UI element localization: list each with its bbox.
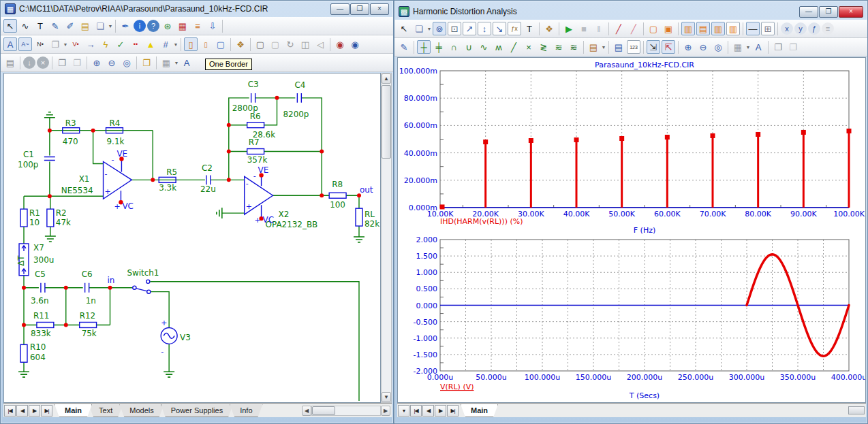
- slope-log-icon[interactable]: ╱: [627, 22, 640, 35]
- page-view-icon[interactable]: ❐: [140, 56, 153, 69]
- run-icon[interactable]: ▶: [562, 22, 576, 35]
- panel-layout-dropdown[interactable]: ▼: [745, 45, 751, 50]
- global-high-low-icon[interactable]: ×: [522, 40, 536, 54]
- shapes-tool-icon[interactable]: ❏: [412, 22, 426, 35]
- node-snap-icon[interactable]: ▢: [214, 37, 228, 51]
- show-pin-connections-icon[interactable]: ••: [129, 37, 142, 51]
- vertical-bars-icon[interactable]: ▥: [726, 22, 740, 35]
- pause-icon[interactable]: ‖: [592, 22, 606, 35]
- shapes-tool-dropdown[interactable]: ▼: [427, 27, 432, 31]
- tab-text[interactable]: Text: [89, 404, 123, 417]
- vertical-scroll-thumb[interactable]: [382, 85, 391, 159]
- pan-mode-icon[interactable]: ⊡: [448, 22, 461, 35]
- analysis-titlebar[interactable]: ▩ Harmonic Distortion Analysis — ❐ ×: [394, 1, 867, 20]
- grid-toggle-icon[interactable]: #: [159, 37, 172, 51]
- token-box-icon[interactable]: ▣: [662, 22, 675, 35]
- tab-last-button[interactable]: ▶|: [447, 405, 459, 417]
- scroll-down-button[interactable]: ▼: [382, 392, 391, 402]
- export-tool-icon[interactable]: ⇩: [206, 19, 219, 33]
- link-tool-icon[interactable]: ⊛: [161, 19, 174, 33]
- text-tool-icon[interactable]: T: [523, 22, 536, 35]
- flag-tool-icon[interactable]: ✒: [119, 19, 132, 33]
- point-tool-icon[interactable]: ✐: [63, 19, 77, 33]
- info-tool-icon[interactable]: i: [134, 20, 146, 32]
- go-to-performance-icon[interactable]: ƒ: [808, 22, 820, 35]
- show-attribute-text-icon[interactable]: A: [3, 37, 17, 51]
- minimize-button[interactable]: —: [330, 3, 350, 15]
- copy-picture-icon[interactable]: ❐: [48, 37, 62, 51]
- normalize-icon[interactable]: ⇲: [647, 40, 660, 54]
- tab-next-button[interactable]: ▶: [435, 405, 446, 417]
- find-icon[interactable]: ◉: [348, 37, 362, 51]
- split-view-dropdown[interactable]: ▼: [174, 61, 179, 65]
- show-warnings-icon[interactable]: ▲: [144, 37, 157, 51]
- clipboard-icon[interactable]: ▤: [587, 40, 600, 54]
- zoom-out-icon[interactable]: ⊖: [696, 40, 710, 54]
- vertical-window-icon[interactable]: ▥: [711, 22, 725, 35]
- zoom-in-icon[interactable]: ⊕: [681, 40, 695, 54]
- go-to-x-icon[interactable]: x: [781, 22, 793, 35]
- tab-next-button[interactable]: ▶: [29, 405, 40, 417]
- show-current-icon[interactable]: →: [84, 37, 97, 51]
- autoscale-cursor-icon[interactable]: ⇱: [662, 40, 675, 54]
- help-mode-tool-icon[interactable]: ?: [147, 20, 159, 32]
- schematic-canvas[interactable]: R3470 R49.1k C1100p X1NE5534 R53.3k C222…: [3, 73, 381, 403]
- tracker-icon[interactable]: ⊞: [761, 22, 775, 35]
- zoom-100-icon[interactable]: ◎: [120, 56, 134, 69]
- clipboard-dropdown[interactable]: ▼: [601, 45, 606, 50]
- stop-disabled-icon[interactable]: ×: [37, 56, 49, 69]
- scroll-left-button[interactable]: ◀: [302, 406, 311, 416]
- shapes-tool-dropdown[interactable]: ▼: [108, 24, 113, 29]
- show-node-numbers-icon[interactable]: N•: [33, 37, 47, 51]
- edit-analysis-icon[interactable]: ✎: [397, 40, 411, 54]
- tab-first-button[interactable]: |◀: [410, 405, 422, 417]
- tab-first-button[interactable]: |◀: [4, 405, 16, 417]
- show-wire-text-icon[interactable]: A~: [18, 37, 32, 51]
- minimize-button[interactable]: —: [799, 6, 818, 18]
- close-button[interactable]: ×: [370, 3, 389, 15]
- maximize-button[interactable]: ❐: [350, 3, 369, 15]
- step-disabled-icon[interactable]: ↓: [23, 56, 35, 69]
- show-power-icon[interactable]: ϟ: [99, 37, 112, 51]
- cursor-next-icon[interactable]: ╪: [432, 40, 446, 54]
- cursor-mode-icon[interactable]: ┼: [417, 40, 431, 54]
- zoom-100-icon[interactable]: ◎: [711, 40, 725, 54]
- select-box-icon[interactable]: ▢: [253, 37, 267, 51]
- font-icon[interactable]: A: [180, 56, 193, 69]
- inflection-icon[interactable]: ╱: [507, 40, 521, 54]
- one-border-icon[interactable]: ▯: [184, 37, 198, 51]
- envelope-bottom-icon[interactable]: ≋: [567, 40, 580, 54]
- info-page-icon[interactable]: ▤: [3, 56, 17, 69]
- low-icon[interactable]: ʍ: [492, 40, 506, 54]
- properties-icon[interactable]: ❖: [542, 22, 556, 35]
- zoom-mode-icon[interactable]: ⊚: [433, 22, 446, 35]
- title-block-icon[interactable]: ▯: [199, 37, 213, 51]
- plot-canvas[interactable]: Parasaund_10kHz-FCD.CIR100.000m80.000m60…: [397, 57, 866, 403]
- tab-last-button[interactable]: ▶|: [41, 405, 52, 417]
- state-variables-icon[interactable]: 123: [627, 40, 640, 54]
- close-button[interactable]: ×: [839, 6, 863, 18]
- tab-models[interactable]: Models: [119, 404, 164, 417]
- copy-picture-dropdown[interactable]: ▼: [63, 42, 68, 47]
- flip-x-icon[interactable]: ◫: [298, 37, 312, 51]
- stop-icon[interactable]: ■: [577, 22, 591, 35]
- flip-y-icon[interactable]: ◁: [313, 37, 327, 51]
- text-tool-icon[interactable]: T: [33, 19, 47, 33]
- schematic-titlebar[interactable]: ▦ C:\MC11\DATA\Petrov\RIAA\Parasound\Par…: [1, 1, 393, 17]
- show-condition-icon[interactable]: ✓: [114, 37, 127, 51]
- send-to-back-icon[interactable]: ❐: [70, 56, 84, 69]
- maximize-button[interactable]: ❐: [819, 6, 838, 18]
- scroll-up-button[interactable]: ▲: [382, 74, 391, 84]
- tab-splitter[interactable]: [848, 406, 865, 414]
- tab-info[interactable]: Info: [230, 404, 262, 417]
- high-icon[interactable]: ∿: [477, 40, 491, 54]
- data-points-icon[interactable]: ▢: [647, 22, 660, 35]
- horizontal-axis-icon[interactable]: —: [746, 22, 760, 35]
- horizontal-scroll-thumb[interactable]: [312, 406, 335, 415]
- go-to-y-icon[interactable]: y: [794, 22, 807, 35]
- tab-main[interactable]: Main: [461, 404, 498, 417]
- horizontal-bars-icon[interactable]: ▤: [696, 22, 710, 35]
- peak-icon[interactable]: ∩: [447, 40, 461, 54]
- clear-box-icon[interactable]: ▢: [268, 37, 282, 51]
- tab-prev-button[interactable]: ◀: [16, 405, 28, 417]
